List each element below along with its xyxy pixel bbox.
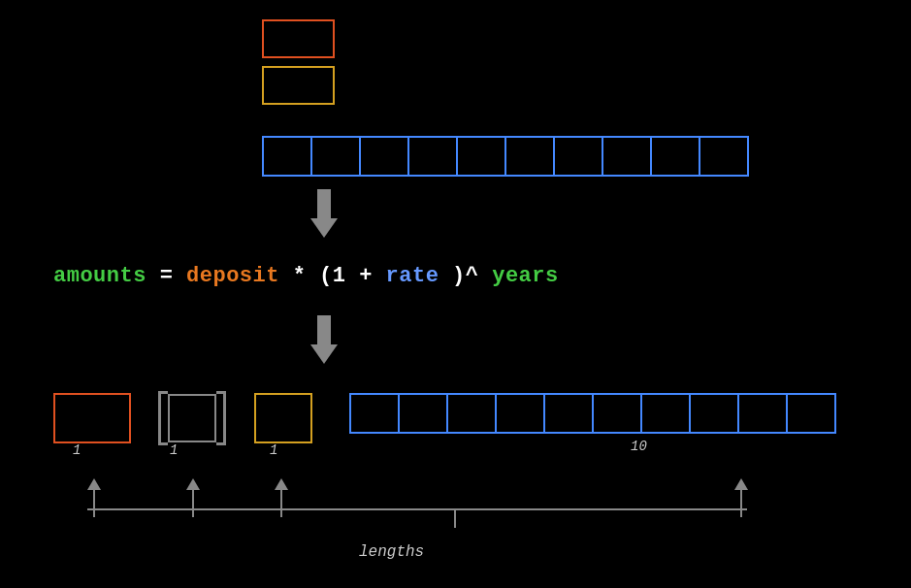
blue-cell-3 [359, 136, 409, 177]
arrow-down-2 [310, 315, 338, 364]
formula-multiply: * (1 + [293, 264, 386, 288]
arrow-head-1 [310, 218, 338, 238]
diagram-container: amounts = deposit * (1 + rate )^ years [0, 0, 911, 588]
blue-cell-9 [650, 136, 700, 177]
bcell-5 [543, 393, 594, 434]
years-array-top [262, 136, 747, 177]
bracket-left [158, 391, 168, 445]
years-array-bottom [349, 393, 834, 434]
blue-cell-2 [310, 136, 361, 177]
bracket-box [168, 394, 216, 442]
bcell-10 [786, 393, 836, 434]
formula-equals: = [160, 264, 186, 288]
bcell-9 [737, 393, 788, 434]
bcell-6 [592, 393, 642, 434]
bracket-right [216, 391, 226, 445]
arrow-down-1 [310, 189, 338, 238]
formula-deposit: deposit [186, 264, 279, 288]
arrow-shaft-2 [317, 315, 331, 344]
formula-power: )^ [452, 264, 478, 288]
bcell-1 [349, 393, 400, 434]
deposit-box-red [262, 19, 335, 58]
bottom-deposit-box [53, 393, 131, 443]
bcell-8 [689, 393, 739, 434]
rate-box-orange [262, 66, 335, 105]
formula-rate: rate [386, 264, 439, 288]
formula: amounts = deposit * (1 + rate )^ years [53, 264, 559, 288]
label-1-red: 1 [73, 442, 81, 458]
blue-cell-6 [504, 136, 555, 177]
bcell-7 [640, 393, 691, 434]
blue-cell-5 [456, 136, 506, 177]
blue-cell-4 [407, 136, 458, 177]
bcell-3 [446, 393, 497, 434]
formula-years: years [492, 264, 559, 288]
top-boxes [262, 19, 335, 105]
bcell-2 [398, 393, 448, 434]
connector-vertical [454, 508, 456, 528]
label-1-bracket: 1 [170, 442, 178, 458]
formula-amounts: amounts [53, 264, 146, 288]
label-1-orange: 1 [270, 442, 277, 458]
blue-cell-7 [553, 136, 603, 177]
up-arrow-blue [734, 478, 748, 517]
up-arrow-orange [275, 478, 288, 517]
lengths-label: lengths [359, 543, 424, 561]
blue-cell-1 [262, 136, 312, 177]
label-10-blue: 10 [631, 439, 647, 454]
bottom-rate-box [254, 393, 312, 443]
up-arrow-bracket [186, 478, 200, 517]
bcell-4 [495, 393, 545, 434]
arrow-shaft-1 [317, 189, 331, 218]
up-arrow-red [87, 478, 101, 517]
blue-cell-8 [602, 136, 652, 177]
arrow-head-2 [310, 344, 338, 364]
bracket-inner [168, 394, 216, 442]
blue-cell-10 [699, 136, 749, 177]
